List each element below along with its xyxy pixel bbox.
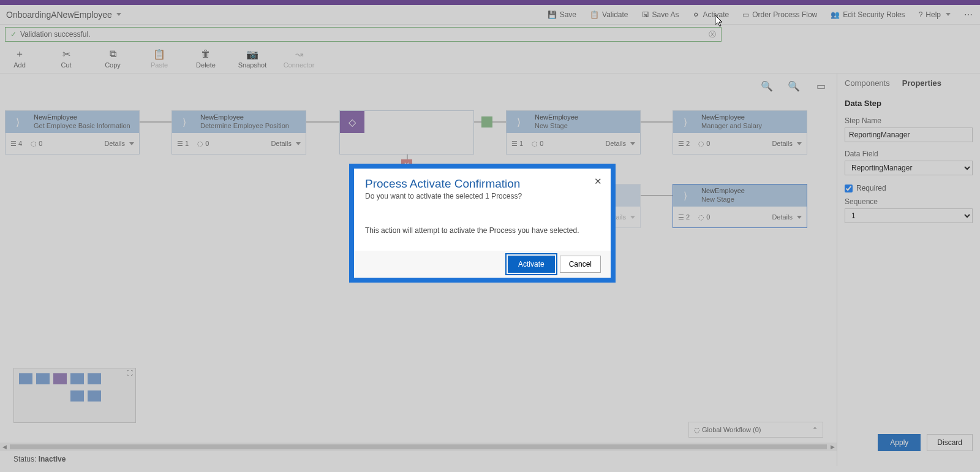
modal-title: Process Activate Confirmation	[365, 177, 600, 191]
modal-body: This action will attempt to activate the…	[365, 226, 600, 235]
activate-confirmation-dialog: ✕ Process Activate Confirmation Do you w…	[349, 164, 616, 283]
modal-subtitle: Do you want to activate the selected 1 P…	[365, 192, 600, 200]
close-icon[interactable]: ✕	[594, 176, 602, 187]
modal-actions: Activate Cancel	[354, 251, 611, 278]
modal-activate-button[interactable]: Activate	[508, 256, 555, 273]
modal-cancel-button[interactable]: Cancel	[560, 256, 601, 273]
